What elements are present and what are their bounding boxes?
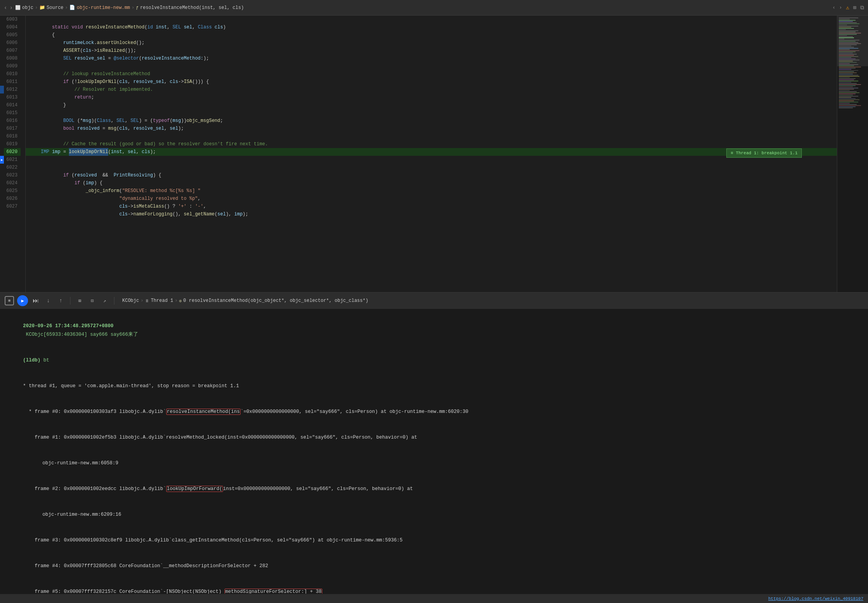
frame2-rest: inst=0x0000000000000000, sel="say666", c… xyxy=(223,486,413,492)
step-over-button[interactable]: ⏭ xyxy=(31,296,40,305)
line-num-6003: 6003 xyxy=(4,16,21,23)
line-num-6025: 6025 xyxy=(4,187,21,195)
breadcrumb-function-icon: ƒ xyxy=(136,5,139,10)
console-frame-3: frame #3: 0x0000000100302c8ef9 libobjc.A… xyxy=(5,527,863,553)
layout-icon[interactable]: ⧉ xyxy=(860,5,864,11)
frame2-prefix: frame #2: 0x00000001002eedcc libobjc.A.d… xyxy=(23,486,166,492)
code-line-6009: // lookup resolveInstanceMethod xyxy=(26,62,837,70)
frame0-prefix: * frame #0: 0x0000000100303af3 libobjc.A… xyxy=(23,409,166,414)
console-frame-2: frame #2: 0x00000001002eedcc libobjc.A.d… xyxy=(5,476,863,502)
step-out-button[interactable]: ↑ xyxy=(56,296,65,305)
code-line-6022: if (resolved && PrintResolving) { xyxy=(26,164,837,171)
frame3-text: frame #3: 0x0000000100302c8ef9 libobjc.A… xyxy=(23,538,402,543)
line-num-6004: 6004 xyxy=(4,23,21,31)
editor-wrapper: ‹ › ⬜ objc › 📁 Source › 📄 objc-runtime-n… xyxy=(0,0,868,603)
nav-left-icon[interactable]: ‹ xyxy=(833,5,835,11)
console-frame-4: frame #4: 0x00007fff32805c68 CoreFoundat… xyxy=(5,553,863,579)
code-line-6006: ASSERT(cls->isRealized()); xyxy=(26,39,837,47)
breadcrumb-function[interactable]: resolveInstanceMethod(inst, sel, cls) xyxy=(140,5,244,11)
breakpoint-arrow: ▶ xyxy=(0,156,4,164)
frame5-prefix: frame #5: 0x00007fff3282157c CoreFoundat… xyxy=(23,589,225,594)
nav-back-button[interactable]: ‹ xyxy=(4,5,7,11)
editor-main: ▶ 6003 6004 6005 6006 6007 6008 6009 601… xyxy=(0,16,868,292)
nav-right-icon[interactable]: › xyxy=(839,5,842,11)
code-line-6024: _objc_inform("RESOLVE: method %c[%s %s] … xyxy=(26,179,837,187)
breadcrumb-icon-code: ⬜ xyxy=(15,5,21,10)
line-num-6014: 6014 xyxy=(4,101,21,109)
debugger-toolbar: ■ ▶ ⏭ ↓ ↑ ⊞ ⊡ ↗ KCObjc › ⏸ Thread 1 › ⊙ … xyxy=(0,292,868,309)
line-num-6021: 6021 xyxy=(4,156,21,164)
toolbar-kcobjc[interactable]: KCObjc xyxy=(122,298,139,303)
breadcrumb-sep-2: › xyxy=(65,5,68,11)
breadcrumb-source[interactable]: Source xyxy=(47,5,63,11)
frame0-highlight: resolveInstanceMethod(ins xyxy=(166,409,241,415)
view-button[interactable]: ⊡ xyxy=(88,296,97,305)
line-num-6011: 6011 xyxy=(4,78,21,86)
toolbar-frame-label: 0 resolveInstanceMethod(objc_object*, ob… xyxy=(183,298,368,303)
line-num-6005: 6005 xyxy=(4,31,21,39)
console-prompt-bt: (lldb) bt xyxy=(5,347,863,373)
step-into-button[interactable]: ↓ xyxy=(44,296,53,305)
line-num-6017: 6017 xyxy=(4,125,21,132)
toolbar-thread[interactable]: Thread 1 xyxy=(151,298,173,303)
code-line-6013: } xyxy=(26,93,837,101)
line-num-6006: 6006 xyxy=(4,39,21,47)
status-url[interactable]: https://blog.csdn.net/weixin_40918107 xyxy=(768,596,863,601)
line-num-6019: 6019 xyxy=(4,140,21,148)
console-timestamp: 2020-09-26 17:34:48.295727+0800 xyxy=(23,323,114,329)
status-bar: https://blog.csdn.net/weixin_40918107 xyxy=(0,594,868,603)
line-num-6012: 6012 xyxy=(4,86,21,93)
toolbar-thread-icon: ⏸ xyxy=(145,298,149,303)
breakpoint-badge: ≡ Thread 1: breakpoint 1.1 xyxy=(726,148,802,158)
console-frame-1-cont: objc-runtime-new.mm:6058:9 xyxy=(5,450,863,476)
console-area[interactable]: 2020-09-26 17:34:48.295727+0800 KCObjc[6… xyxy=(0,309,868,594)
frame2-cont-text: objc-runtime-new.mm:6209:16 xyxy=(31,512,121,517)
line-num-6009: 6009 xyxy=(4,62,21,70)
line-num-6016: 6016 xyxy=(4,117,21,125)
toolbar-frame-icon: ⊙ xyxy=(179,298,182,303)
line-num-6015: 6015 xyxy=(4,109,21,117)
line-num-6022: 6022 xyxy=(4,164,21,171)
location-button[interactable]: ⊞ xyxy=(75,296,84,305)
lldb-command: bt xyxy=(44,358,49,363)
console-frame-5: frame #5: 0x00007fff3282157c CoreFoundat… xyxy=(5,579,863,594)
code-line-6014 xyxy=(26,101,837,109)
code-line-6020: IMP imp = lookUpImpOrNil(inst, sel, cls)… xyxy=(26,148,837,156)
console-frame-2-cont: objc-runtime-new.mm:6209:16 xyxy=(5,502,863,527)
breadcrumb-objc[interactable]: objc xyxy=(22,5,33,11)
stop-button[interactable]: ■ xyxy=(5,296,14,305)
code-line-6005: runtimeLock.assertUnlocked(); xyxy=(26,31,837,39)
code-line-6021 xyxy=(26,156,837,164)
frame0-rest: `=0x0000000000000000, sel="say666", cls=… xyxy=(241,409,468,414)
console-thread-header: * thread #1, queue = 'com.apple.main-thr… xyxy=(5,373,863,399)
code-line-6018: // Cache the result (good or bad) so the… xyxy=(26,132,837,140)
toolbar-sep-1 xyxy=(70,297,70,305)
code-line-6015: BOOL (*msg)(Class, SEL, SEL) = (typeof(m… xyxy=(26,109,837,117)
warning-icon: ⚠ xyxy=(846,4,849,11)
line-num-6020: 6020 xyxy=(4,148,21,156)
share-button[interactable]: ↗ xyxy=(100,296,109,305)
code-content[interactable]: static void resolveInstanceMethod(id ins… xyxy=(26,16,837,292)
code-line-6003: static void resolveInstanceMethod(id ins… xyxy=(26,16,837,23)
line-num-6010: 6010 xyxy=(4,70,21,78)
breadcrumb-mm-icon: 📄 xyxy=(69,5,75,11)
code-line-6007: SEL resolve_sel = @selector(resolveInsta… xyxy=(26,47,837,55)
console-frame-0: * frame #0: 0x0000000100303af3 libobjc.A… xyxy=(5,399,863,425)
continue-button[interactable]: ▶ xyxy=(17,295,28,306)
line-num-6013: 6013 xyxy=(4,93,21,101)
line-num-6007: 6007 xyxy=(4,47,21,55)
line-num-6023: 6023 xyxy=(4,171,21,179)
minimap-viewport xyxy=(837,16,868,66)
breadcrumb-sep-3: › xyxy=(132,5,134,11)
breadcrumb-filename[interactable]: objc-runtime-new.mm xyxy=(77,5,130,11)
nav-forward-button[interactable]: › xyxy=(9,5,12,11)
line-numbers: 6003 6004 6005 6006 6007 6008 6009 6010 … xyxy=(4,16,26,292)
line-num-6018: 6018 xyxy=(4,132,21,140)
breadcrumb-sep-1: › xyxy=(35,5,38,11)
breadcrumb-folder-icon: 📁 xyxy=(39,5,45,11)
frame5-highlight: methodSignatureForSelector:] + 38 xyxy=(225,589,323,594)
lldb-prompt: (lldb) xyxy=(23,358,44,363)
frame2-highlight: lookUpImpOrForward( xyxy=(166,486,223,492)
grid-icon[interactable]: ⊞ xyxy=(853,4,856,11)
toolbar-sep-2 xyxy=(114,297,114,305)
